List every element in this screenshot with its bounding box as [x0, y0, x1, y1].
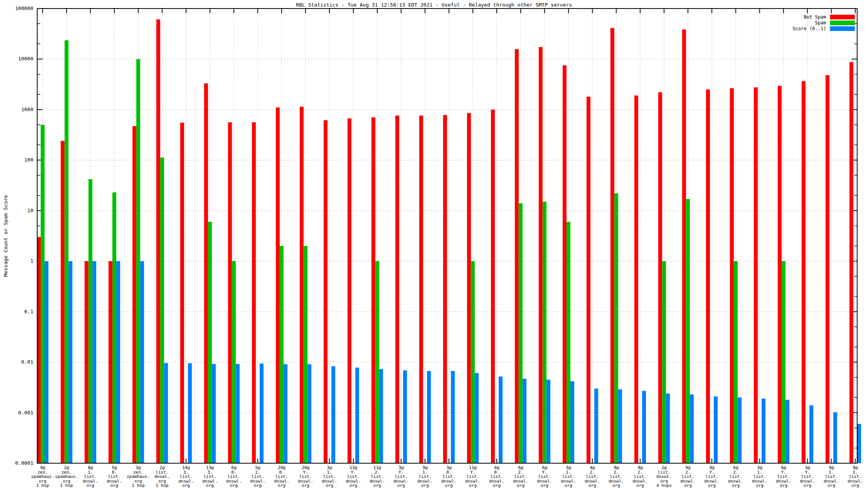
bar-not-spam	[156, 19, 160, 463]
x-tick-label-line: 1 hop	[156, 483, 169, 488]
bar-spam	[208, 222, 212, 463]
bar-spam	[471, 261, 475, 463]
bar-score	[499, 376, 503, 463]
bar-score	[379, 369, 383, 463]
bar-score	[738, 397, 742, 463]
bar-score	[594, 388, 598, 463]
x-tick-label-line: 1 hop	[60, 483, 73, 488]
bar-spam	[614, 193, 618, 463]
bar-spam	[662, 261, 666, 463]
bar-not-spam	[491, 110, 495, 463]
bar-spam	[112, 192, 116, 463]
bar-spam	[567, 222, 570, 463]
bar-not-spam	[61, 141, 65, 463]
bar-score	[260, 364, 264, 463]
y-tick-label: 0.1	[24, 309, 33, 314]
bar-not-spam	[515, 49, 519, 463]
bar-score	[451, 371, 455, 463]
bar-spam	[542, 202, 546, 463]
bar-not-spam	[778, 86, 782, 463]
bar-spam	[136, 59, 140, 463]
bar-score	[69, 261, 72, 463]
legend-item-label: Not Spam	[804, 14, 826, 20]
y-tick-label: 1	[30, 258, 33, 264]
bar-score	[188, 363, 192, 463]
bar-not-spam	[300, 107, 303, 463]
y-tick-label: 10000	[18, 56, 33, 62]
bar-score	[833, 412, 837, 463]
bar-score	[236, 364, 239, 463]
bar-not-spam	[133, 126, 136, 463]
bar-not-spam	[754, 88, 758, 463]
y-tick-label: 1000	[21, 107, 33, 112]
bar-not-spam	[825, 75, 829, 463]
bar-score	[92, 261, 96, 463]
bar-spam	[734, 261, 738, 463]
bar-not-spam	[252, 122, 256, 463]
bar-not-spam	[730, 88, 734, 463]
bar-not-spam	[395, 115, 399, 463]
bar-not-spam	[587, 97, 591, 463]
bar-score	[666, 393, 670, 463]
bar-spam	[232, 261, 236, 463]
bar-score	[331, 366, 335, 463]
bar-not-spam	[372, 117, 375, 463]
bar-score	[523, 379, 527, 463]
bar-not-spam	[539, 47, 542, 463]
bar-score	[475, 373, 479, 463]
x-tick-label-line: 1 hop	[36, 483, 49, 488]
bar-spam	[41, 125, 45, 463]
bar-score	[164, 363, 168, 463]
bar-not-spam	[108, 261, 112, 463]
bar-not-spam	[563, 65, 567, 463]
bar-score	[546, 380, 550, 463]
bar-not-spam	[324, 120, 327, 463]
bar-not-spam	[682, 29, 686, 463]
y-tick-label: 100	[24, 157, 33, 163]
bar-score	[570, 381, 574, 463]
bar-not-spam	[204, 83, 208, 463]
bar-spam	[160, 157, 164, 463]
y-tick-label: 0.001	[18, 410, 33, 416]
bar-spam	[88, 179, 92, 463]
legend-swatch	[830, 15, 855, 19]
bar-score	[761, 399, 765, 463]
bar-score	[45, 261, 48, 463]
bar-spam	[375, 261, 379, 463]
bar-score	[140, 261, 144, 463]
legend-swatch	[830, 21, 855, 25]
bar-not-spam	[849, 62, 853, 463]
bar-not-spam	[467, 113, 471, 463]
bar-not-spam	[706, 89, 710, 463]
bar-spam	[782, 261, 785, 463]
chart: RBL Statistics - Tue Aug 31 12:58:13 EDT…	[0, 0, 868, 488]
bar-score	[427, 371, 431, 463]
legend-swatch	[830, 26, 855, 31]
bar-score	[809, 405, 813, 463]
bar-score	[355, 368, 359, 463]
bar-not-spam	[228, 122, 232, 463]
bar-score	[403, 370, 407, 463]
bar-spam	[280, 246, 284, 463]
bar-not-spam	[276, 107, 280, 463]
bar-score	[307, 364, 311, 463]
bar-score	[690, 394, 694, 463]
x-tick-label-line: 1 hop	[132, 483, 145, 488]
bar-spam	[519, 203, 523, 463]
bar-score	[284, 364, 288, 463]
bar-not-spam	[610, 28, 614, 463]
bar-not-spam	[634, 96, 638, 463]
bar-not-spam	[802, 81, 806, 463]
bar-not-spam	[658, 92, 662, 463]
legend-item-label: Spam	[815, 20, 826, 26]
bar-score	[857, 424, 861, 463]
bar-spam	[65, 40, 69, 463]
bar-not-spam	[443, 115, 447, 463]
y-tick-label: 0.01	[21, 359, 33, 365]
x-tick-label-line: 4 hops	[656, 483, 672, 488]
bar-score	[785, 400, 789, 463]
bar-not-spam	[84, 261, 88, 463]
bar-not-spam	[419, 115, 423, 463]
bar-not-spam	[180, 123, 184, 463]
bar-score	[116, 261, 120, 463]
